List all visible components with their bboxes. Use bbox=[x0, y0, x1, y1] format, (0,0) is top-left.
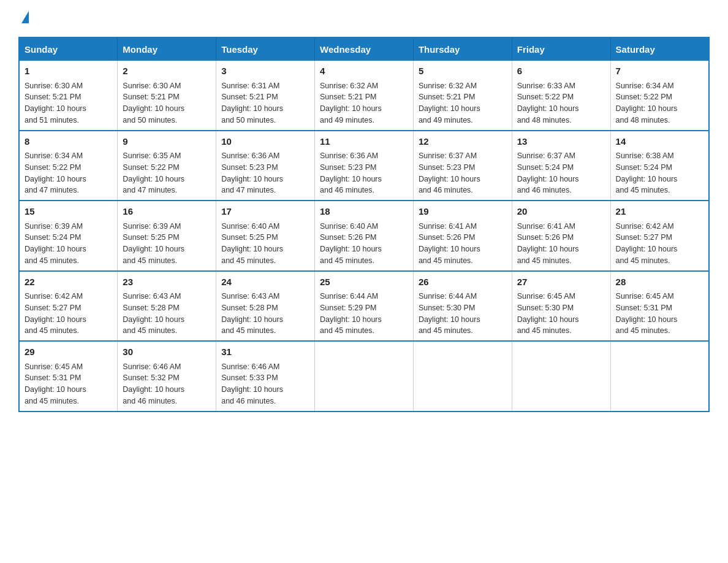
day-info: Sunrise: 6:39 AMSunset: 5:25 PMDaylight:… bbox=[123, 222, 184, 265]
day-number: 16 bbox=[123, 205, 211, 219]
day-info: Sunrise: 6:45 AMSunset: 5:30 PMDaylight:… bbox=[517, 292, 579, 335]
day-info: Sunrise: 6:42 AMSunset: 5:27 PMDaylight:… bbox=[616, 222, 678, 265]
calendar-cell: 28 Sunrise: 6:45 AMSunset: 5:31 PMDaylig… bbox=[610, 271, 709, 342]
day-number: 23 bbox=[123, 275, 211, 289]
day-number: 7 bbox=[616, 64, 703, 79]
calendar-cell: 26 Sunrise: 6:44 AMSunset: 5:30 PMDaylig… bbox=[413, 271, 512, 342]
day-number: 10 bbox=[221, 135, 309, 149]
day-number: 12 bbox=[419, 135, 507, 149]
calendar-cell: 22 Sunrise: 6:42 AMSunset: 5:27 PMDaylig… bbox=[19, 271, 118, 342]
calendar-cell: 15 Sunrise: 6:39 AMSunset: 5:24 PMDaylig… bbox=[19, 201, 118, 271]
calendar-cell: 8 Sunrise: 6:34 AMSunset: 5:22 PMDayligh… bbox=[19, 131, 118, 201]
day-info: Sunrise: 6:34 AMSunset: 5:22 PMDaylight:… bbox=[25, 151, 86, 194]
day-number: 3 bbox=[221, 64, 309, 79]
calendar-cell bbox=[512, 341, 610, 412]
calendar-cell: 16 Sunrise: 6:39 AMSunset: 5:25 PMDaylig… bbox=[118, 201, 216, 271]
day-number: 14 bbox=[616, 135, 703, 149]
calendar-cell: 13 Sunrise: 6:37 AMSunset: 5:24 PMDaylig… bbox=[512, 131, 610, 201]
weekday-header-monday: Monday bbox=[118, 37, 216, 61]
day-number: 24 bbox=[221, 275, 309, 289]
weekday-header-sunday: Sunday bbox=[19, 37, 118, 61]
calendar-cell: 17 Sunrise: 6:40 AMSunset: 5:25 PMDaylig… bbox=[216, 201, 315, 271]
day-info: Sunrise: 6:38 AMSunset: 5:24 PMDaylight:… bbox=[616, 151, 678, 194]
calendar-cell: 29 Sunrise: 6:45 AMSunset: 5:31 PMDaylig… bbox=[19, 341, 118, 412]
day-info: Sunrise: 6:33 AMSunset: 5:22 PMDaylight:… bbox=[517, 82, 579, 124]
day-info: Sunrise: 6:32 AMSunset: 5:21 PMDaylight:… bbox=[320, 82, 382, 124]
day-info: Sunrise: 6:35 AMSunset: 5:22 PMDaylight:… bbox=[123, 151, 184, 194]
calendar-cell bbox=[315, 341, 414, 412]
day-info: Sunrise: 6:37 AMSunset: 5:23 PMDaylight:… bbox=[419, 151, 480, 194]
day-number: 9 bbox=[123, 135, 211, 149]
calendar-cell: 3 Sunrise: 6:31 AMSunset: 5:21 PMDayligh… bbox=[216, 61, 315, 131]
day-number: 1 bbox=[25, 64, 112, 79]
day-number: 29 bbox=[25, 345, 112, 359]
day-info: Sunrise: 6:43 AMSunset: 5:28 PMDaylight:… bbox=[221, 292, 283, 335]
calendar-cell: 10 Sunrise: 6:36 AMSunset: 5:23 PMDaylig… bbox=[216, 131, 315, 201]
calendar-cell: 20 Sunrise: 6:41 AMSunset: 5:26 PMDaylig… bbox=[512, 201, 610, 271]
logo-text bbox=[18, 12, 29, 25]
day-info: Sunrise: 6:39 AMSunset: 5:24 PMDaylight:… bbox=[25, 222, 86, 265]
day-info: Sunrise: 6:42 AMSunset: 5:27 PMDaylight:… bbox=[25, 292, 86, 335]
day-number: 6 bbox=[517, 64, 605, 79]
day-number: 22 bbox=[25, 275, 112, 289]
calendar-cell: 9 Sunrise: 6:35 AMSunset: 5:22 PMDayligh… bbox=[118, 131, 216, 201]
day-number: 20 bbox=[517, 205, 605, 219]
day-info: Sunrise: 6:34 AMSunset: 5:22 PMDaylight:… bbox=[616, 82, 678, 124]
calendar-table: SundayMondayTuesdayWednesdayThursdayFrid… bbox=[18, 37, 710, 412]
day-number: 26 bbox=[419, 275, 507, 289]
day-info: Sunrise: 6:43 AMSunset: 5:28 PMDaylight:… bbox=[123, 292, 184, 335]
calendar-cell: 6 Sunrise: 6:33 AMSunset: 5:22 PMDayligh… bbox=[512, 61, 610, 131]
day-number: 13 bbox=[517, 135, 605, 149]
weekday-header-friday: Friday bbox=[512, 37, 610, 61]
weekday-header-thursday: Thursday bbox=[413, 37, 512, 61]
calendar-cell: 11 Sunrise: 6:36 AMSunset: 5:23 PMDaylig… bbox=[315, 131, 414, 201]
page-header bbox=[18, 12, 710, 25]
calendar-week-4: 22 Sunrise: 6:42 AMSunset: 5:27 PMDaylig… bbox=[19, 271, 709, 342]
day-info: Sunrise: 6:37 AMSunset: 5:24 PMDaylight:… bbox=[517, 151, 579, 194]
day-number: 11 bbox=[320, 135, 408, 149]
day-info: Sunrise: 6:36 AMSunset: 5:23 PMDaylight:… bbox=[320, 151, 382, 194]
calendar-cell bbox=[610, 341, 709, 412]
calendar-cell: 5 Sunrise: 6:32 AMSunset: 5:21 PMDayligh… bbox=[413, 61, 512, 131]
day-info: Sunrise: 6:44 AMSunset: 5:30 PMDaylight:… bbox=[419, 292, 480, 335]
day-info: Sunrise: 6:36 AMSunset: 5:23 PMDaylight:… bbox=[221, 151, 283, 194]
day-number: 4 bbox=[320, 64, 408, 79]
day-number: 25 bbox=[320, 275, 408, 289]
calendar-cell: 14 Sunrise: 6:38 AMSunset: 5:24 PMDaylig… bbox=[610, 131, 709, 201]
calendar-cell: 1 Sunrise: 6:30 AMSunset: 5:21 PMDayligh… bbox=[19, 61, 118, 131]
day-number: 8 bbox=[25, 135, 112, 149]
weekday-header-row: SundayMondayTuesdayWednesdayThursdayFrid… bbox=[19, 37, 709, 61]
weekday-header-tuesday: Tuesday bbox=[216, 37, 315, 61]
day-number: 17 bbox=[221, 205, 309, 219]
calendar-cell: 21 Sunrise: 6:42 AMSunset: 5:27 PMDaylig… bbox=[610, 201, 709, 271]
weekday-header-saturday: Saturday bbox=[610, 37, 709, 61]
calendar-cell: 19 Sunrise: 6:41 AMSunset: 5:26 PMDaylig… bbox=[413, 201, 512, 271]
day-info: Sunrise: 6:40 AMSunset: 5:26 PMDaylight:… bbox=[320, 222, 382, 265]
calendar-week-3: 15 Sunrise: 6:39 AMSunset: 5:24 PMDaylig… bbox=[19, 201, 709, 271]
calendar-cell: 7 Sunrise: 6:34 AMSunset: 5:22 PMDayligh… bbox=[610, 61, 709, 131]
day-info: Sunrise: 6:41 AMSunset: 5:26 PMDaylight:… bbox=[517, 222, 579, 265]
calendar-cell: 25 Sunrise: 6:44 AMSunset: 5:29 PMDaylig… bbox=[315, 271, 414, 342]
day-info: Sunrise: 6:46 AMSunset: 5:33 PMDaylight:… bbox=[221, 362, 283, 405]
calendar-cell: 2 Sunrise: 6:30 AMSunset: 5:21 PMDayligh… bbox=[118, 61, 216, 131]
day-number: 21 bbox=[616, 205, 703, 219]
calendar-cell: 31 Sunrise: 6:46 AMSunset: 5:33 PMDaylig… bbox=[216, 341, 315, 412]
calendar-cell: 18 Sunrise: 6:40 AMSunset: 5:26 PMDaylig… bbox=[315, 201, 414, 271]
day-number: 5 bbox=[419, 64, 507, 79]
calendar-cell: 12 Sunrise: 6:37 AMSunset: 5:23 PMDaylig… bbox=[413, 131, 512, 201]
calendar-week-2: 8 Sunrise: 6:34 AMSunset: 5:22 PMDayligh… bbox=[19, 131, 709, 201]
logo bbox=[18, 12, 29, 25]
calendar-body: 1 Sunrise: 6:30 AMSunset: 5:21 PMDayligh… bbox=[19, 61, 709, 412]
day-info: Sunrise: 6:45 AMSunset: 5:31 PMDaylight:… bbox=[25, 362, 86, 405]
day-number: 2 bbox=[123, 64, 211, 79]
calendar-cell: 4 Sunrise: 6:32 AMSunset: 5:21 PMDayligh… bbox=[315, 61, 414, 131]
calendar-cell: 23 Sunrise: 6:43 AMSunset: 5:28 PMDaylig… bbox=[118, 271, 216, 342]
calendar-week-5: 29 Sunrise: 6:45 AMSunset: 5:31 PMDaylig… bbox=[19, 341, 709, 412]
day-info: Sunrise: 6:32 AMSunset: 5:21 PMDaylight:… bbox=[419, 82, 480, 124]
calendar-week-1: 1 Sunrise: 6:30 AMSunset: 5:21 PMDayligh… bbox=[19, 61, 709, 131]
calendar-cell: 24 Sunrise: 6:43 AMSunset: 5:28 PMDaylig… bbox=[216, 271, 315, 342]
day-info: Sunrise: 6:41 AMSunset: 5:26 PMDaylight:… bbox=[419, 222, 480, 265]
calendar-cell: 30 Sunrise: 6:46 AMSunset: 5:32 PMDaylig… bbox=[118, 341, 216, 412]
day-number: 31 bbox=[221, 345, 309, 359]
day-info: Sunrise: 6:46 AMSunset: 5:32 PMDaylight:… bbox=[123, 362, 184, 405]
